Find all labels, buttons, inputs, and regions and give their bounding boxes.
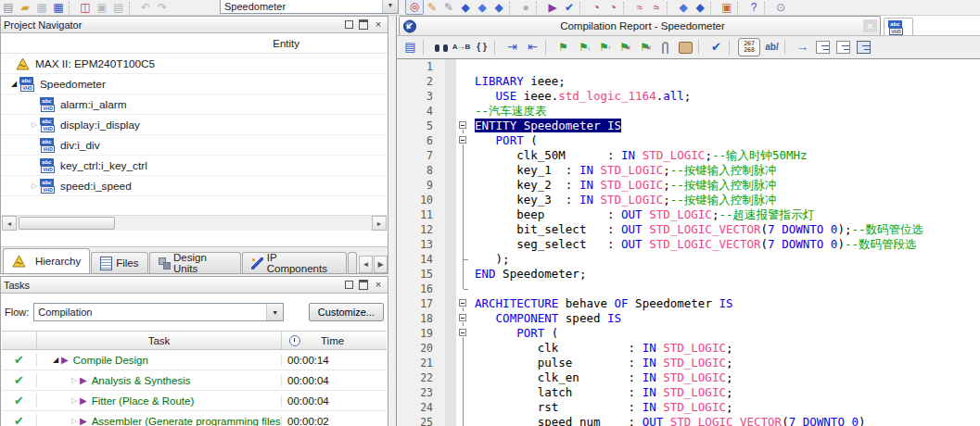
feedback-icon[interactable]: ⊙: [772, 0, 789, 15]
new-file-icon[interactable]: ▤: [0, 0, 17, 15]
analyze-file-icon[interactable]: ✔: [706, 38, 726, 56]
design-partition-gem-icon[interactable]: ◆: [474, 0, 490, 15]
bookmark-toggle-icon[interactable]: ⚑: [554, 38, 573, 56]
code-line[interactable]: 5ENTITY Speedometer IS: [397, 119, 980, 133]
archive-project-icon[interactable]: ◫: [77, 0, 94, 15]
code-line[interactable]: 18 COMPONENT speed IS: [397, 311, 980, 326]
macro-scroll-icon[interactable]: [676, 38, 695, 56]
code-line[interactable]: 2LIBRARY ieee;: [397, 74, 980, 89]
code-line[interactable]: 3 USE ieee.std_logic_1164.all;: [397, 89, 980, 104]
scroll-right-icon[interactable]: ►: [372, 216, 387, 231]
collapse-icon[interactable]: ◢: [8, 80, 19, 88]
timequest-clock-icon[interactable]: ◔: [588, 0, 605, 15]
tree-item-key_ctrl[interactable]: abcVHDkey_ctrl:i_key_ctrl: [1, 156, 388, 176]
stop-process-icon[interactable]: ●: [517, 0, 534, 15]
task-column-header[interactable]: Task: [37, 332, 282, 349]
expand-icon[interactable]: ▷: [29, 120, 40, 129]
comment-slash-icon[interactable]: ab/: [762, 38, 782, 56]
bookmark-delete-icon[interactable]: ⚑✕: [615, 38, 634, 56]
technology-map-viewer-icon[interactable]: ≈: [648, 0, 665, 15]
tab-files[interactable]: Files: [91, 252, 147, 273]
close-icon[interactable]: ×: [372, 279, 385, 291]
tree-item-speedometer[interactable]: ◢abcVHDSpeedometer: [1, 74, 388, 94]
bookmark-delete-all-icon[interactable]: ⚑✕: [635, 38, 655, 56]
pause-gem-icon[interactable]: ◆: [692, 0, 708, 15]
goto-arrow-icon[interactable]: →: [793, 38, 812, 56]
fold-region-icon[interactable]: [834, 38, 853, 56]
save-all-icon[interactable]: ▦: [50, 0, 67, 15]
code-line[interactable]: 7 clk_50M : IN STD_LOGIC;--输入时钟50MHz: [397, 148, 980, 163]
tab-hierarchy[interactable]: Hierarchy: [3, 248, 90, 273]
task-row[interactable]: ✔◢▶Compile Design00:00:14: [2, 350, 387, 370]
code-line[interactable]: 6 PORT (: [397, 133, 980, 148]
tree-item-alarm[interactable]: abcVHDalarm:i_alarm: [1, 94, 388, 115]
tree-item-display[interactable]: ▷abcVHDdisplay:i_display: [1, 115, 388, 135]
code-line[interactable]: 22 clk_en : IN STD_LOGIC;: [397, 370, 980, 385]
fold-all-icon[interactable]: [813, 38, 833, 56]
tab-vhdl-file[interactable]: abcVHD: [884, 18, 913, 35]
pin-icon[interactable]: [342, 279, 355, 291]
copy-icon[interactable]: ▣: [94, 0, 110, 15]
chevron-down-icon[interactable]: ▼: [382, 0, 398, 13]
pin-icon[interactable]: [342, 19, 355, 31]
timing-analyzer-clock-icon[interactable]: ◔: [605, 0, 621, 15]
code-line[interactable]: 17ARCHITECTURE behave OF Speedometer IS: [397, 296, 980, 311]
time-column-header[interactable]: Time: [282, 332, 387, 349]
flow-combobox[interactable]: Compilation ▼: [33, 303, 284, 321]
bookmark-prev-icon[interactable]: ⚑↑: [594, 38, 614, 56]
programmer-icon[interactable]: ▣: [719, 0, 735, 15]
code-line[interactable]: 12 bit_select : OUT STD_LOGIC_VECTOR(7 D…: [397, 222, 980, 237]
pin-planner-icon[interactable]: ✎: [424, 0, 440, 15]
task-row[interactable]: ✔▷▶Assembler (Generate programming files…: [2, 411, 387, 426]
tab-scroll-right-icon[interactable]: ▶: [374, 256, 388, 273]
paperclip-icon[interactable]: [655, 38, 675, 56]
code-line[interactable]: 10 key_3 : IN STD_LOGIC;--按键输入控制脉冲: [397, 193, 980, 207]
indent-icon[interactable]: ⇥: [503, 38, 522, 56]
code-line[interactable]: 15END Speedometer;: [397, 267, 980, 282]
code-line[interactable]: 8 key_1 : IN STD_LOGIC;--按键输入控制脉冲: [397, 163, 980, 178]
code-line[interactable]: 16: [397, 282, 980, 296]
entity-selector-combobox[interactable]: Speedometer ▼: [220, 0, 399, 14]
code-editor[interactable]: 12LIBRARY ieee;3 USE ieee.std_logic_1164…: [397, 59, 980, 426]
tab-partial[interactable]: [348, 252, 357, 273]
expand-icon[interactable]: ▷: [69, 376, 80, 384]
code-line[interactable]: 20 clk : IN STD_LOGIC;: [397, 341, 980, 356]
code-line[interactable]: 1: [397, 59, 980, 74]
rtl-viewer-icon[interactable]: ≈: [631, 0, 648, 15]
scroll-left-icon[interactable]: ◄: [2, 216, 17, 231]
entity-column-header[interactable]: Entity: [1, 33, 388, 54]
analysis-synthesis-icon[interactable]: ✔: [561, 0, 578, 15]
code-line[interactable]: 11 beep : OUT STD_LOGIC;--超速报警指示灯: [397, 207, 980, 222]
find-icon[interactable]: [431, 38, 451, 56]
float-window-icon[interactable]: [357, 19, 370, 31]
save-icon[interactable]: ▦: [33, 0, 50, 15]
open-project-icon[interactable]: ▰: [17, 0, 33, 15]
code-line[interactable]: 9 key_2 : IN STD_LOGIC;--按键输入控制脉冲: [397, 178, 980, 193]
replace-icon[interactable]: A→B: [452, 38, 471, 56]
collapse-icon[interactable]: ◢: [50, 356, 61, 364]
code-line[interactable]: 21 pulse : IN STD_LOGIC;: [397, 356, 980, 370]
fold-toggle-icon[interactable]: [456, 311, 471, 326]
code-line[interactable]: 19 PORT (: [397, 326, 980, 341]
chevron-down-icon[interactable]: ▼: [266, 304, 283, 320]
code-line[interactable]: 23 latch : IN STD_LOGIC;: [397, 385, 980, 400]
code-line[interactable]: 25 speed_num : OUT STD_LOGIC_VECTOR(7 DO…: [397, 415, 980, 426]
fold-toggle-icon[interactable]: [456, 296, 471, 311]
expand-icon[interactable]: ▷: [29, 182, 40, 190]
tree-item-speed[interactable]: ▷abcVHDspeed:i_speed: [1, 176, 388, 196]
scrollbar-thumb[interactable]: [19, 217, 115, 230]
code-line[interactable]: 24 rst : IN STD_LOGIC;: [397, 400, 980, 415]
chip-planner-icon[interactable]: ✎: [440, 0, 457, 15]
tree-item-div[interactable]: abcVHDdiv:i_div: [1, 135, 388, 156]
fold-view-icon[interactable]: [854, 38, 873, 56]
tab-ip-components[interactable]: IP Components: [242, 252, 347, 273]
fold-toggle-icon[interactable]: [456, 326, 471, 341]
close-icon[interactable]: ✕: [863, 19, 877, 32]
task-row[interactable]: ✔▷▶Analysis & Synthesis00:00:04: [2, 370, 387, 391]
close-icon[interactable]: ×: [372, 19, 385, 31]
report-doc-icon[interactable]: ▤: [401, 38, 420, 56]
paste-icon[interactable]: ▤: [110, 0, 127, 15]
incremental-gem-icon[interactable]: ◆: [490, 0, 507, 15]
customize-button[interactable]: Customize...: [309, 303, 384, 321]
tab-scroll-left-icon[interactable]: ◄: [359, 256, 373, 273]
